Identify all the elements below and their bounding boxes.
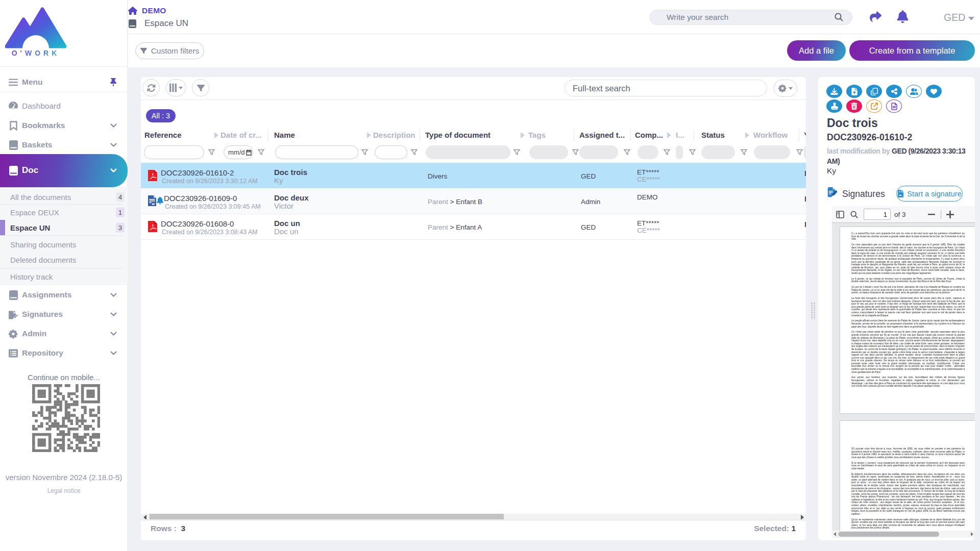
svg-text:w: w: [152, 202, 155, 206]
